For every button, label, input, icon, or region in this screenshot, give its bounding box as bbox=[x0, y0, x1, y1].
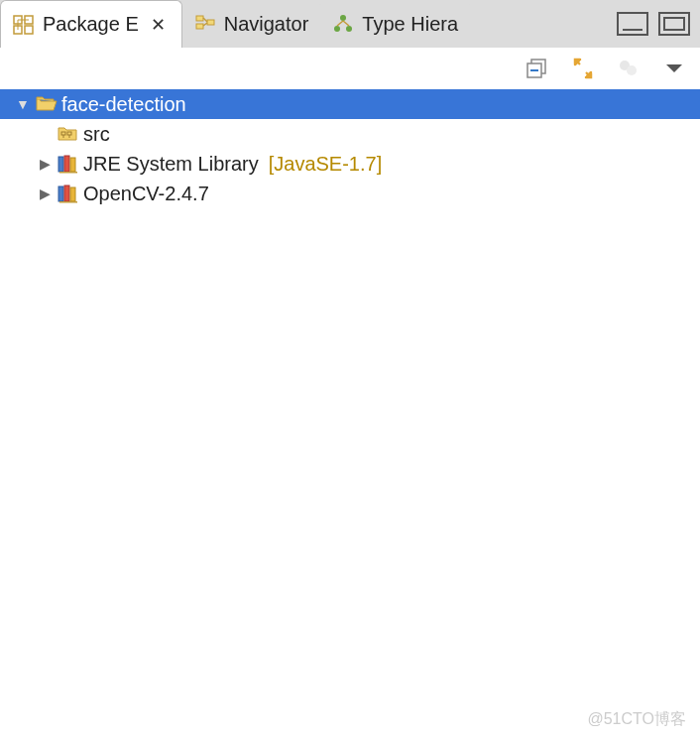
link-with-editor-icon[interactable] bbox=[571, 57, 595, 80]
minimize-button[interactable] bbox=[617, 12, 648, 36]
svg-rect-6 bbox=[196, 16, 203, 21]
tree-item-library[interactable]: ▶ OpenCV-2.4.7 bbox=[0, 179, 700, 208]
svg-rect-27 bbox=[70, 158, 75, 172]
svg-rect-30 bbox=[64, 185, 69, 201]
expand-arrow-icon[interactable]: ▼ bbox=[14, 95, 32, 113]
svg-rect-3 bbox=[25, 26, 33, 34]
collapse-all-icon[interactable] bbox=[525, 57, 549, 80]
svg-rect-26 bbox=[64, 156, 69, 172]
library-icon bbox=[58, 184, 79, 203]
project-tree: ▼ face-detection src bbox=[0, 89, 700, 208]
svg-rect-31 bbox=[70, 187, 75, 201]
tree-item-label: src bbox=[83, 123, 110, 146]
tab-label: Type Hiera bbox=[362, 13, 458, 36]
svg-rect-25 bbox=[58, 157, 63, 172]
svg-point-11 bbox=[340, 15, 346, 21]
filters-icon[interactable] bbox=[617, 57, 641, 80]
svg-rect-7 bbox=[196, 24, 203, 29]
source-folder-icon bbox=[58, 124, 79, 144]
tab-navigator[interactable]: Navigator bbox=[182, 0, 321, 48]
project-folder-open-icon bbox=[36, 94, 58, 114]
svg-line-9 bbox=[203, 18, 207, 22]
svg-rect-28 bbox=[59, 172, 77, 174]
svg-line-15 bbox=[343, 21, 349, 26]
view-toolbar bbox=[0, 48, 700, 89]
tree-item-folder[interactable]: src bbox=[0, 119, 700, 149]
package-explorer-icon bbox=[13, 15, 35, 35]
library-icon bbox=[58, 154, 79, 174]
expand-arrow-icon[interactable]: ▶ bbox=[36, 185, 54, 202]
svg-rect-32 bbox=[59, 201, 77, 203]
navigator-icon bbox=[194, 14, 216, 34]
tree-item-library[interactable]: ▶ JRE System Library [JavaSE-1.7] bbox=[0, 149, 700, 179]
maximize-button[interactable] bbox=[658, 12, 690, 36]
svg-rect-8 bbox=[207, 20, 214, 25]
view-menu-icon[interactable] bbox=[662, 57, 686, 80]
tree-item-label: JRE System Library bbox=[83, 153, 259, 176]
svg-point-13 bbox=[346, 26, 352, 32]
expand-arrow-icon[interactable]: ▶ bbox=[36, 155, 54, 173]
tab-label: Navigator bbox=[224, 13, 309, 36]
tree-item-project[interactable]: ▼ face-detection bbox=[0, 89, 700, 119]
tab-type-hierarchy[interactable]: Type Hiera bbox=[320, 0, 470, 48]
tab-package-explorer[interactable]: Package E ✕ bbox=[0, 0, 182, 48]
window-controls bbox=[617, 0, 700, 48]
svg-rect-29 bbox=[58, 186, 63, 201]
type-hierarchy-icon bbox=[332, 14, 354, 34]
tab-bar: Package E ✕ Navigator bbox=[0, 0, 700, 48]
svg-point-12 bbox=[334, 26, 340, 32]
svg-point-20 bbox=[627, 65, 637, 75]
tree-item-label: face-detection bbox=[61, 93, 186, 116]
tree-item-decoration: [JavaSE-1.7] bbox=[269, 153, 383, 176]
watermark: @51CTO博客 bbox=[587, 709, 686, 730]
package-explorer-panel: Package E ✕ Navigator bbox=[0, 0, 700, 740]
tab-label: Package E bbox=[43, 13, 139, 36]
close-icon[interactable]: ✕ bbox=[147, 14, 170, 36]
tree-item-label: OpenCV-2.4.7 bbox=[83, 183, 209, 205]
svg-line-10 bbox=[203, 23, 207, 26]
svg-line-14 bbox=[337, 21, 343, 26]
